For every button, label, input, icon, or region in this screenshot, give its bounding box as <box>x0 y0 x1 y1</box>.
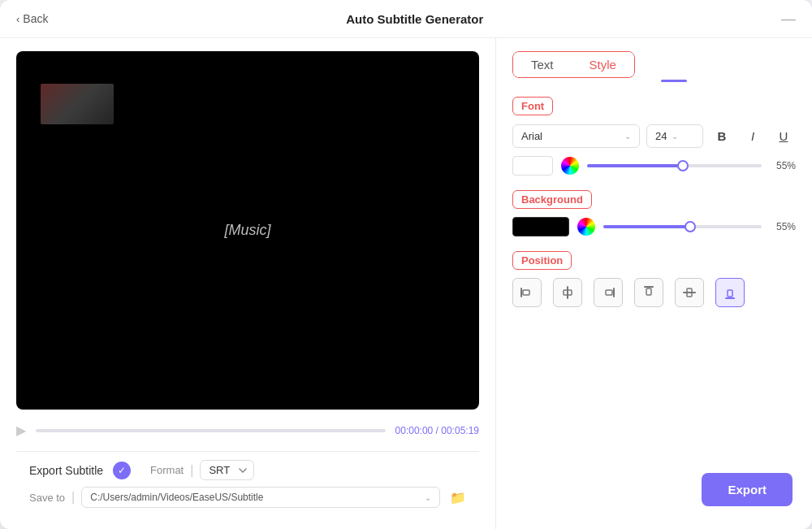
underline-button[interactable]: U <box>771 124 796 148</box>
title-bar: ‹ Back Auto Subtitle Generator — <box>0 0 812 38</box>
font-size-value: 24 <box>655 130 667 142</box>
position-section: Position <box>512 251 796 307</box>
video-subtitle: [Music] <box>224 222 270 239</box>
saveto-row: Save to | C:/Users/admin/Videos/EaseUS/S… <box>29 487 466 508</box>
export-check-icon[interactable]: ✓ <box>113 462 131 479</box>
saveto-label: Save to <box>29 492 65 504</box>
svg-rect-5 <box>606 290 612 295</box>
font-size-chevron-icon: ⌄ <box>672 132 678 141</box>
font-controls: Arial ⌄ 24 ⌄ B I U <box>512 124 796 176</box>
back-chevron-icon: ‹ <box>16 13 19 25</box>
format-select[interactable]: SRT VTT ASS <box>200 460 254 480</box>
background-section: Background 55% <box>512 190 796 236</box>
font-size-select[interactable]: 24 ⌄ <box>646 124 703 148</box>
left-panel: [Music] ▶ 00:00:00 / 00:05:19 Export Sub… <box>0 38 495 529</box>
position-right-icon[interactable] <box>594 278 623 307</box>
time-display: 00:00:00 / 00:05:19 <box>395 425 479 436</box>
font-opacity-fill <box>587 164 683 167</box>
bg-opacity-percent: 55% <box>770 221 796 232</box>
svg-rect-7 <box>646 288 651 295</box>
position-icons <box>512 278 796 307</box>
position-section-label: Position <box>512 251 572 270</box>
bg-opacity-thumb[interactable] <box>685 221 696 232</box>
minimize-button[interactable]: — <box>781 11 796 26</box>
format-group: Format | SRT VTT ASS <box>150 460 254 480</box>
svg-rect-4 <box>613 288 615 297</box>
svg-rect-11 <box>728 290 732 297</box>
bg-opacity-slider[interactable] <box>603 225 762 228</box>
background-section-label: Background <box>512 190 592 209</box>
bold-button[interactable]: B <box>710 124 734 148</box>
active-tab-indicator <box>661 80 687 82</box>
format-label: Format <box>150 464 184 476</box>
font-section-label: Font <box>512 97 553 115</box>
folder-icon[interactable]: 📁 <box>450 490 466 505</box>
font-color-row: 55% <box>512 156 796 176</box>
back-label: Back <box>23 12 48 25</box>
svg-rect-1 <box>523 290 529 295</box>
tabs-section: Text Style <box>512 51 796 82</box>
main-content: [Music] ▶ 00:00:00 / 00:05:19 Export Sub… <box>0 38 812 529</box>
font-color-box[interactable] <box>512 156 553 176</box>
bg-color-picker-icon[interactable] <box>577 218 595 236</box>
play-button[interactable]: ▶ <box>16 423 26 438</box>
saveto-path: C:/Users/admin/Videos/EaseUS/Subtitle <box>90 492 263 503</box>
color-picker-icon[interactable] <box>561 157 579 175</box>
right-panel: Text Style Font Arial ⌄ <box>495 38 812 529</box>
export-row: Export Subtitle ✓ Format | SRT VTT ASS <box>29 460 466 480</box>
tabs-underline <box>512 80 796 82</box>
svg-rect-6 <box>644 286 654 288</box>
background-color-box[interactable] <box>512 217 569 236</box>
svg-rect-0 <box>520 288 522 297</box>
font-opacity-slider[interactable] <box>587 164 762 167</box>
position-left-icon[interactable] <box>512 278 542 307</box>
export-subtitle-label: Export Subtitle <box>29 464 103 477</box>
font-opacity-percent: 55% <box>770 160 796 171</box>
export-button[interactable]: Export <box>702 473 793 506</box>
font-opacity-thumb[interactable] <box>677 160 689 171</box>
font-family-chevron-icon: ⌄ <box>624 132 631 141</box>
back-button[interactable]: ‹ Back <box>16 12 48 25</box>
progress-track[interactable] <box>36 429 386 432</box>
video-thumbnail <box>41 84 114 124</box>
italic-button[interactable]: I <box>741 124 765 148</box>
app-title: Auto Subtitle Generator <box>346 12 483 26</box>
timeline-bar: ▶ 00:00:00 / 00:05:19 <box>16 419 479 441</box>
svg-rect-2 <box>567 286 568 299</box>
saveto-chevron-icon: ⌄ <box>425 493 431 502</box>
svg-rect-8 <box>683 292 696 293</box>
position-center-icon[interactable] <box>553 278 582 307</box>
video-player[interactable]: [Music] <box>16 51 479 410</box>
export-button-container: Export <box>702 473 793 506</box>
background-row: 55% <box>512 217 796 236</box>
font-family-value: Arial <box>521 130 542 142</box>
position-top-icon[interactable] <box>634 278 663 307</box>
font-row1: Arial ⌄ 24 ⌄ B I U <box>512 124 796 148</box>
tabs-container: Text Style <box>512 51 635 78</box>
position-middle-icon[interactable] <box>675 278 704 307</box>
svg-rect-10 <box>725 297 735 299</box>
font-family-select[interactable]: Arial ⌄ <box>512 124 640 148</box>
saveto-path-container[interactable]: C:/Users/admin/Videos/EaseUS/Subtitle ⌄ <box>81 487 440 508</box>
tab-style[interactable]: Style <box>572 52 634 77</box>
font-section: Font Arial ⌄ 24 ⌄ B I U <box>512 97 796 176</box>
tab-text[interactable]: Text <box>513 52 572 77</box>
position-bottom-icon[interactable] <box>715 278 745 307</box>
bottom-bar: Export Subtitle ✓ Format | SRT VTT ASS S… <box>16 451 479 516</box>
bg-opacity-fill <box>603 225 690 228</box>
